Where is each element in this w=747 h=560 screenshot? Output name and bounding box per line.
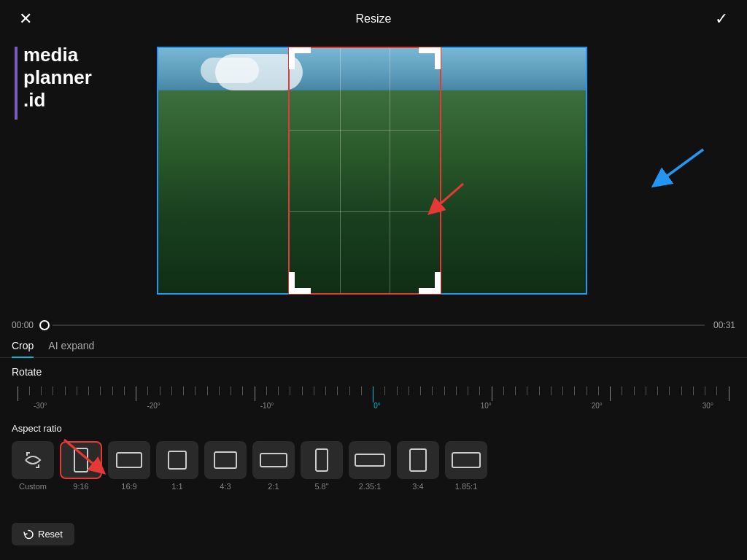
handle-bottom-right-h[interactable] bbox=[419, 288, 441, 294]
ruler-tick bbox=[88, 386, 89, 395]
aspect-label-1-85-1: 1.85:1 bbox=[455, 482, 478, 491]
timeline-end: 00:31 bbox=[713, 320, 735, 330]
ruler-tick bbox=[136, 386, 136, 401]
ruler-tick bbox=[634, 386, 635, 395]
ruler-tick bbox=[622, 386, 622, 395]
ruler-tick bbox=[195, 386, 196, 395]
handle-top-left-h[interactable] bbox=[289, 47, 311, 53]
ruler-tick bbox=[29, 386, 30, 395]
ruler-tick bbox=[562, 386, 563, 395]
svg-rect-3 bbox=[117, 453, 142, 467]
ruler-label-10: 10° bbox=[481, 402, 492, 410]
reset-button[interactable]: Reset bbox=[12, 523, 74, 545]
svg-rect-4 bbox=[169, 451, 186, 469]
ruler-tick bbox=[456, 386, 457, 395]
aspect-btn-9-16[interactable] bbox=[60, 441, 102, 479]
ruler-label-30: 30° bbox=[703, 402, 713, 410]
ruler-tick bbox=[41, 386, 42, 395]
aspect-label-4-3: 4:3 bbox=[220, 482, 231, 491]
svg-rect-9 bbox=[410, 449, 426, 471]
ruler-tick bbox=[503, 386, 504, 395]
red-arrow bbox=[427, 180, 471, 227]
ruler-tick bbox=[231, 386, 231, 395]
aspect-option-1-85-1[interactable]: 1.85:1 bbox=[445, 441, 487, 491]
ruler-tick bbox=[100, 386, 101, 395]
logo-bar bbox=[15, 47, 18, 120]
header: ✕ Resize ✓ bbox=[0, 0, 747, 38]
crop-inner-border[interactable] bbox=[288, 47, 441, 295]
aspect-btn-5-8[interactable] bbox=[301, 441, 343, 479]
ruler-tick bbox=[669, 386, 670, 395]
video-area bbox=[0, 38, 747, 315]
handle-bottom-left-h[interactable] bbox=[289, 288, 311, 294]
ruler-label-20: 20° bbox=[592, 402, 603, 410]
aspect-option-1-1[interactable]: 1:1 bbox=[156, 441, 198, 491]
ruler-tick bbox=[77, 386, 77, 395]
handle-top-right-h[interactable] bbox=[419, 47, 441, 53]
ruler-tick bbox=[302, 386, 303, 395]
aspect-option-9-16[interactable]: 9:16 bbox=[60, 441, 102, 491]
ruler-tick bbox=[527, 386, 527, 395]
aspect-ratio-section: Aspect ratio Custom 9:16 bbox=[12, 423, 735, 491]
timeline-playhead[interactable] bbox=[39, 320, 50, 330]
aspect-ratio-label: Aspect ratio bbox=[12, 423, 735, 434]
aspect-btn-1-1[interactable] bbox=[156, 441, 198, 479]
ruler-tick bbox=[361, 386, 362, 395]
aspect-btn-1-85-1[interactable] bbox=[445, 441, 487, 479]
ruler-tick bbox=[53, 386, 53, 395]
ruler-tick bbox=[646, 386, 646, 395]
ruler-tick bbox=[314, 386, 314, 395]
tab-crop[interactable]: Crop bbox=[12, 340, 34, 357]
aspect-label-2-35-1: 2.35:1 bbox=[359, 482, 382, 491]
ruler-tick bbox=[420, 386, 421, 395]
ruler-tick bbox=[325, 386, 326, 395]
aspect-btn-4-3[interactable] bbox=[204, 441, 247, 479]
aspect-option-5-8[interactable]: 5.8" bbox=[301, 441, 343, 491]
aspect-option-custom[interactable]: Custom bbox=[12, 441, 54, 491]
ruler-tick bbox=[693, 386, 694, 395]
aspect-ratio-options: Custom 9:16 16:9 bbox=[12, 441, 735, 491]
ruler-tick bbox=[183, 386, 184, 395]
ruler-label-neg30: -30° bbox=[34, 402, 47, 410]
ruler-tick bbox=[492, 386, 492, 401]
ruler-tick bbox=[349, 386, 350, 395]
ruler-labels: -30° -20° -10° 0° 10° 20° 30° bbox=[12, 402, 735, 410]
logo-text: media planner .id bbox=[23, 44, 92, 112]
aspect-option-4-3[interactable]: 4:3 bbox=[204, 441, 247, 491]
ruler-tick bbox=[171, 386, 172, 395]
aspect-label-custom: Custom bbox=[19, 482, 47, 491]
aspect-option-16-9[interactable]: 16:9 bbox=[108, 441, 150, 491]
aspect-option-3-4[interactable]: 3:4 bbox=[397, 441, 439, 491]
grid-line-v2 bbox=[390, 48, 390, 293]
aspect-label-3-4: 3:4 bbox=[412, 482, 423, 491]
confirm-button[interactable]: ✓ bbox=[711, 8, 732, 30]
ruler-tick bbox=[539, 386, 540, 395]
aspect-btn-2-35-1[interactable] bbox=[349, 441, 391, 479]
ruler-tick bbox=[242, 386, 243, 395]
aspect-btn-2-1[interactable] bbox=[252, 441, 295, 479]
close-button[interactable]: ✕ bbox=[15, 8, 36, 30]
ruler-tick bbox=[705, 386, 705, 395]
aspect-label-1-1: 1:1 bbox=[171, 482, 182, 491]
aspect-label-9-16: 9:16 bbox=[73, 482, 88, 491]
ruler-tick bbox=[373, 386, 374, 402]
svg-rect-8 bbox=[355, 454, 384, 466]
aspect-btn-custom[interactable] bbox=[12, 441, 54, 479]
aspect-option-2-35-1[interactable]: 2.35:1 bbox=[349, 441, 391, 491]
aspect-btn-3-4[interactable] bbox=[397, 441, 439, 479]
ruler-tick bbox=[290, 386, 290, 395]
ruler-tick bbox=[515, 386, 516, 395]
rotation-ruler[interactable]: -30° -20° -10° 0° 10° 20° 30° bbox=[12, 384, 735, 410]
aspect-btn-16-9[interactable] bbox=[108, 441, 150, 479]
ruler-tick bbox=[598, 386, 599, 395]
ruler-tick bbox=[574, 386, 575, 395]
aspect-label-2-1: 2:1 bbox=[268, 482, 279, 491]
tab-ai-expand[interactable]: AI expand bbox=[48, 340, 94, 357]
ruler-tick bbox=[432, 386, 433, 395]
aspect-option-2-1[interactable]: 2:1 bbox=[252, 441, 295, 491]
ruler-tick bbox=[266, 386, 267, 395]
ruler-tick bbox=[65, 386, 66, 395]
ruler-tick bbox=[147, 386, 148, 395]
ruler-tick bbox=[587, 386, 587, 395]
svg-line-1 bbox=[659, 149, 703, 182]
